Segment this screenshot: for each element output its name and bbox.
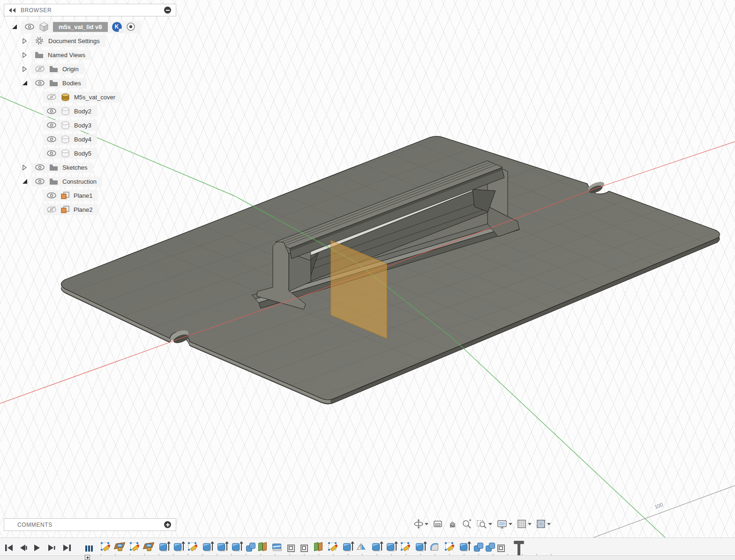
tree-row-sketches[interactable]: Sketches <box>22 161 93 174</box>
minimize-panel-icon[interactable] <box>164 7 171 14</box>
tree-row-document-settings[interactable]: Document Settings <box>22 34 105 47</box>
visibility-eye-off-icon[interactable] <box>35 65 45 73</box>
look-at-button[interactable] <box>432 518 444 530</box>
expanded-arrow-icon[interactable] <box>22 179 28 185</box>
timeline-feature-sketch[interactable] <box>329 543 336 550</box>
zoom-dropdown-caret[interactable] <box>488 523 492 525</box>
timeline-feature-hole[interactable] <box>115 542 124 551</box>
collapsed-arrow-icon[interactable] <box>22 52 28 58</box>
grid-dropdown-caret[interactable] <box>528 523 532 525</box>
tree-row-body3[interactable]: Body3 <box>43 119 97 132</box>
comments-panel-header[interactable]: COMMENTS <box>4 518 176 531</box>
viewports-dropdown-caret[interactable] <box>547 523 551 525</box>
tree-row-body-m5s-vat-cover[interactable]: M5s_vat_cover <box>43 90 121 104</box>
timeline-feature-extrude[interactable] <box>203 543 210 551</box>
tree-row-named-views[interactable]: Named Views <box>22 48 91 61</box>
tree-row-body2[interactable]: Body2 <box>43 105 97 118</box>
viewports-icon <box>536 519 546 529</box>
tree-row-root-component[interactable]: m5s_vat_lid v8 K <box>11 20 141 33</box>
timeline-feature-mirror[interactable] <box>357 542 366 551</box>
timeline-feature-combine[interactable] <box>474 545 480 552</box>
tree-row-body4[interactable]: Body4 <box>43 133 97 146</box>
visibility-eye-icon[interactable] <box>46 150 57 157</box>
timeline-feature-hole[interactable] <box>144 542 153 551</box>
collapsed-arrow-icon[interactable] <box>22 66 28 72</box>
timeline-zoom-fit-icon[interactable] <box>85 555 90 560</box>
visibility-eye-icon[interactable] <box>35 80 45 86</box>
expanded-arrow-icon[interactable] <box>22 80 28 86</box>
timeline-feature-extrude[interactable] <box>218 543 225 551</box>
folder-icon <box>49 178 58 185</box>
pan-hand-icon <box>447 519 458 529</box>
grid-settings-button[interactable] <box>516 518 532 530</box>
activate-component-radio[interactable] <box>126 22 135 31</box>
fit-zoom-window-button[interactable] <box>475 518 493 530</box>
timeline-bar <box>0 538 735 560</box>
skip-to-start-button[interactable] <box>4 543 14 553</box>
timeline-feature-sketch[interactable] <box>188 543 196 550</box>
body-icon <box>61 135 70 143</box>
timeline-feature-split[interactable] <box>272 544 281 550</box>
display-dropdown-caret[interactable] <box>509 523 512 525</box>
expanded-arrow-icon[interactable] <box>11 24 17 30</box>
collaborator-avatar[interactable]: K <box>112 22 122 32</box>
timeline-scroll-track[interactable] <box>0 555 735 560</box>
plate-notch-top-right <box>587 180 605 194</box>
visibility-eye-icon[interactable] <box>35 178 45 185</box>
orbit-button[interactable] <box>412 518 429 530</box>
timeline-feature-combine[interactable] <box>486 545 492 552</box>
timeline-feature-sketch[interactable] <box>130 543 138 550</box>
skip-to-end-button[interactable] <box>62 543 72 553</box>
step-back-button[interactable] <box>18 543 28 553</box>
display-settings-button[interactable] <box>495 518 513 530</box>
timeline-feature-plane[interactable] <box>257 542 267 551</box>
zoom-button[interactable] <box>461 518 473 530</box>
timeline-feature-combine[interactable] <box>246 545 252 552</box>
visibility-eye-off-icon[interactable] <box>46 93 57 101</box>
timeline-feature-extrude[interactable] <box>232 543 240 551</box>
tree-row-origin[interactable]: Origin <box>22 62 84 75</box>
model-canvas[interactable]: 100 <box>0 0 735 560</box>
root-component-label[interactable]: m5s_vat_lid v8 <box>53 22 108 32</box>
visibility-eye-icon[interactable] <box>35 164 45 171</box>
timeline-feature-extrude[interactable] <box>343 543 351 551</box>
visibility-eye-off-icon[interactable] <box>46 206 57 213</box>
tree-row-plane2[interactable]: Plane2 <box>43 203 98 216</box>
tree-row-construction[interactable]: Construction <box>22 175 102 188</box>
pan-button[interactable] <box>446 518 458 530</box>
timeline-feature-fillet[interactable] <box>430 543 438 551</box>
timeline-feature-sketch[interactable] <box>445 543 453 550</box>
visibility-eye-icon[interactable] <box>46 192 57 199</box>
viewports-button[interactable] <box>535 518 552 530</box>
tree-row-body5[interactable]: Body5 <box>43 147 97 160</box>
timeline-feature-extrude[interactable] <box>159 543 167 551</box>
orbit-dropdown-caret[interactable] <box>425 523 428 525</box>
timeline-feature-extrude[interactable] <box>416 543 423 551</box>
visibility-eye-icon[interactable] <box>46 108 57 114</box>
visibility-eye-icon[interactable] <box>46 136 57 142</box>
timeline-feature-plane[interactable] <box>313 542 322 551</box>
timeline-feature-extrude[interactable] <box>460 543 467 551</box>
timeline-feature-pattern[interactable] <box>300 545 308 552</box>
tree-item-label: Origin <box>62 66 79 73</box>
timeline-feature-extrude[interactable] <box>387 543 394 551</box>
tree-item-label: Plane2 <box>74 206 92 213</box>
timeline-component-group-icon[interactable] <box>85 545 93 552</box>
timeline-feature-pattern[interactable] <box>497 545 505 552</box>
step-forward-button[interactable] <box>46 543 56 553</box>
visibility-eye-icon[interactable] <box>46 122 57 128</box>
timeline-feature-extrude[interactable] <box>174 543 181 551</box>
collapsed-arrow-icon[interactable] <box>22 38 28 44</box>
timeline-feature-sketch[interactable] <box>401 543 409 550</box>
collapse-panel-icon[interactable] <box>8 7 16 13</box>
browser-panel-header[interactable]: BROWSER <box>4 4 176 16</box>
timeline-feature-extrude[interactable] <box>372 543 380 551</box>
timeline-feature-pattern[interactable] <box>287 545 295 552</box>
timeline-feature-sketch[interactable] <box>101 543 109 550</box>
collapsed-arrow-icon[interactable] <box>22 164 28 171</box>
add-comment-icon[interactable] <box>164 521 171 528</box>
tree-row-bodies[interactable]: Bodies <box>22 76 87 90</box>
play-button[interactable] <box>32 543 42 553</box>
tree-row-plane1[interactable]: Plane1 <box>43 189 98 202</box>
visibility-eye-icon[interactable] <box>24 23 35 30</box>
